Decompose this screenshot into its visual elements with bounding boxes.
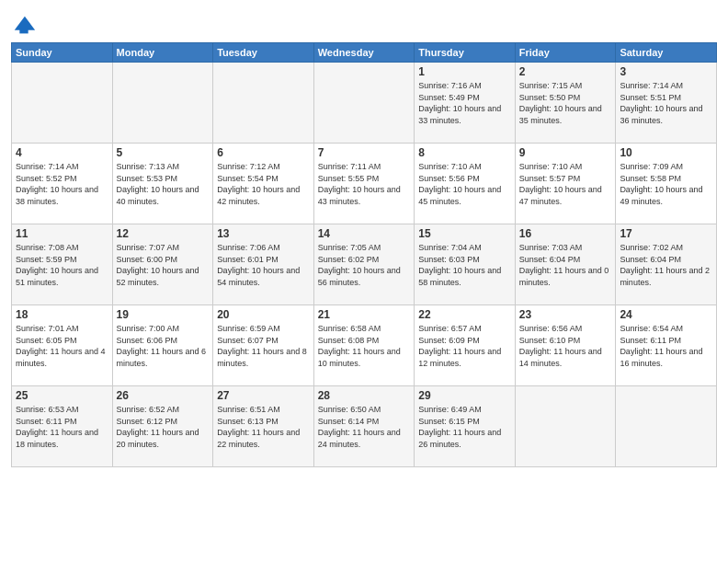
calendar-cell: 24Sunrise: 6:54 AM Sunset: 6:11 PM Dayli…: [616, 305, 717, 386]
calendar-week-row: 18Sunrise: 7:01 AM Sunset: 6:05 PM Dayli…: [12, 305, 717, 386]
day-info: Sunrise: 6:49 AM Sunset: 6:15 PM Dayligh…: [418, 404, 511, 450]
calendar-cell: [313, 63, 415, 144]
day-info: Sunrise: 7:14 AM Sunset: 5:51 PM Dayligh…: [620, 80, 712, 126]
calendar-header-row: SundayMondayTuesdayWednesdayThursdayFrid…: [12, 43, 717, 63]
day-info: Sunrise: 6:57 AM Sunset: 6:09 PM Dayligh…: [418, 323, 511, 369]
day-number: 2: [519, 65, 612, 78]
day-info: Sunrise: 7:04 AM Sunset: 6:03 PM Dayligh…: [418, 242, 511, 288]
day-of-week-header: Wednesday: [313, 43, 415, 63]
day-info: Sunrise: 7:13 AM Sunset: 5:53 PM Dayligh…: [117, 161, 210, 207]
day-number: 19: [117, 308, 210, 321]
calendar-week-row: 11Sunrise: 7:08 AM Sunset: 5:59 PM Dayli…: [12, 224, 717, 305]
calendar-cell: 9Sunrise: 7:10 AM Sunset: 5:57 PM Daylig…: [515, 144, 616, 224]
day-number: 12: [117, 227, 210, 240]
day-info: Sunrise: 7:15 AM Sunset: 5:50 PM Dayligh…: [519, 80, 612, 126]
day-info: Sunrise: 7:06 AM Sunset: 6:01 PM Dayligh…: [217, 242, 310, 288]
calendar-cell: 27Sunrise: 6:51 AM Sunset: 6:13 PM Dayli…: [213, 386, 314, 467]
day-of-week-header: Sunday: [12, 43, 113, 63]
calendar-cell: 29Sunrise: 6:49 AM Sunset: 6:15 PM Dayli…: [415, 386, 516, 467]
logo-icon: [11, 13, 37, 39]
day-info: Sunrise: 7:16 AM Sunset: 5:49 PM Dayligh…: [418, 80, 511, 126]
calendar-cell: [12, 63, 113, 144]
day-info: Sunrise: 7:07 AM Sunset: 6:00 PM Dayligh…: [117, 242, 210, 288]
day-number: 3: [620, 65, 712, 78]
day-number: 13: [217, 227, 310, 240]
calendar-week-row: 4Sunrise: 7:14 AM Sunset: 5:52 PM Daylig…: [12, 144, 717, 224]
calendar-cell: 12Sunrise: 7:07 AM Sunset: 6:00 PM Dayli…: [112, 224, 213, 305]
day-info: Sunrise: 7:02 AM Sunset: 6:04 PM Dayligh…: [620, 242, 712, 288]
day-number: 22: [418, 308, 511, 321]
day-number: 29: [418, 389, 511, 402]
day-info: Sunrise: 7:01 AM Sunset: 6:05 PM Dayligh…: [16, 323, 108, 369]
day-number: 8: [418, 146, 511, 159]
day-number: 10: [620, 146, 712, 159]
day-number: 18: [16, 308, 108, 321]
header: [11, 9, 717, 39]
day-info: Sunrise: 7:08 AM Sunset: 5:59 PM Dayligh…: [16, 242, 108, 288]
day-of-week-header: Thursday: [415, 43, 516, 63]
day-info: Sunrise: 6:52 AM Sunset: 6:12 PM Dayligh…: [117, 404, 210, 450]
day-info: Sunrise: 7:03 AM Sunset: 6:04 PM Dayligh…: [519, 242, 612, 288]
calendar-cell: 8Sunrise: 7:10 AM Sunset: 5:56 PM Daylig…: [415, 144, 516, 224]
day-info: Sunrise: 7:14 AM Sunset: 5:52 PM Dayligh…: [16, 161, 108, 207]
calendar-cell: 2Sunrise: 7:15 AM Sunset: 5:50 PM Daylig…: [515, 63, 616, 144]
day-info: Sunrise: 6:53 AM Sunset: 6:11 PM Dayligh…: [16, 404, 108, 450]
day-info: Sunrise: 6:51 AM Sunset: 6:13 PM Dayligh…: [217, 404, 310, 450]
day-number: 1: [418, 65, 511, 78]
day-info: Sunrise: 7:09 AM Sunset: 5:58 PM Dayligh…: [620, 161, 712, 207]
day-number: 17: [620, 227, 712, 240]
day-number: 20: [217, 308, 310, 321]
calendar-cell: 10Sunrise: 7:09 AM Sunset: 5:58 PM Dayli…: [616, 144, 717, 224]
day-of-week-header: Saturday: [616, 43, 717, 63]
calendar-cell: 25Sunrise: 6:53 AM Sunset: 6:11 PM Dayli…: [12, 386, 113, 467]
day-of-week-header: Friday: [515, 43, 616, 63]
calendar-cell: [616, 386, 717, 467]
day-info: Sunrise: 6:50 AM Sunset: 6:14 PM Dayligh…: [318, 404, 411, 450]
calendar-cell: 28Sunrise: 6:50 AM Sunset: 6:14 PM Dayli…: [313, 386, 415, 467]
day-number: 11: [16, 227, 108, 240]
day-info: Sunrise: 7:10 AM Sunset: 5:56 PM Dayligh…: [418, 161, 511, 207]
calendar-week-row: 1Sunrise: 7:16 AM Sunset: 5:49 PM Daylig…: [12, 63, 717, 144]
calendar-cell: 13Sunrise: 7:06 AM Sunset: 6:01 PM Dayli…: [213, 224, 314, 305]
day-number: 5: [117, 146, 210, 159]
calendar-cell: 21Sunrise: 6:58 AM Sunset: 6:08 PM Dayli…: [313, 305, 415, 386]
day-number: 4: [16, 146, 108, 159]
calendar-cell: 20Sunrise: 6:59 AM Sunset: 6:07 PM Dayli…: [213, 305, 314, 386]
day-info: Sunrise: 7:05 AM Sunset: 6:02 PM Dayligh…: [318, 242, 411, 288]
day-info: Sunrise: 6:59 AM Sunset: 6:07 PM Dayligh…: [217, 323, 310, 369]
calendar-cell: 6Sunrise: 7:12 AM Sunset: 5:54 PM Daylig…: [213, 144, 314, 224]
calendar-cell: 17Sunrise: 7:02 AM Sunset: 6:04 PM Dayli…: [616, 224, 717, 305]
calendar-cell: [213, 63, 314, 144]
day-number: 7: [318, 146, 411, 159]
calendar-cell: 11Sunrise: 7:08 AM Sunset: 5:59 PM Dayli…: [12, 224, 113, 305]
day-number: 15: [418, 227, 511, 240]
calendar-cell: 19Sunrise: 7:00 AM Sunset: 6:06 PM Dayli…: [112, 305, 213, 386]
page-container: SundayMondayTuesdayWednesdayThursdayFrid…: [0, 0, 728, 473]
day-number: 16: [519, 227, 612, 240]
calendar-cell: 3Sunrise: 7:14 AM Sunset: 5:51 PM Daylig…: [616, 63, 717, 144]
calendar-cell: 4Sunrise: 7:14 AM Sunset: 5:52 PM Daylig…: [12, 144, 113, 224]
day-number: 24: [620, 308, 712, 321]
day-info: Sunrise: 7:11 AM Sunset: 5:55 PM Dayligh…: [318, 161, 411, 207]
day-info: Sunrise: 7:00 AM Sunset: 6:06 PM Dayligh…: [117, 323, 210, 369]
svg-rect-1: [19, 29, 28, 34]
svg-marker-0: [15, 17, 35, 30]
day-number: 23: [519, 308, 612, 321]
calendar-cell: 5Sunrise: 7:13 AM Sunset: 5:53 PM Daylig…: [112, 144, 213, 224]
day-info: Sunrise: 6:58 AM Sunset: 6:08 PM Dayligh…: [318, 323, 411, 369]
day-info: Sunrise: 6:54 AM Sunset: 6:11 PM Dayligh…: [620, 323, 712, 369]
day-info: Sunrise: 7:10 AM Sunset: 5:57 PM Dayligh…: [519, 161, 612, 207]
day-number: 21: [318, 308, 411, 321]
calendar-cell: [515, 386, 616, 467]
calendar-cell: 7Sunrise: 7:11 AM Sunset: 5:55 PM Daylig…: [313, 144, 415, 224]
calendar-week-row: 25Sunrise: 6:53 AM Sunset: 6:11 PM Dayli…: [12, 386, 717, 467]
day-info: Sunrise: 6:56 AM Sunset: 6:10 PM Dayligh…: [519, 323, 612, 369]
calendar-cell: 1Sunrise: 7:16 AM Sunset: 5:49 PM Daylig…: [415, 63, 516, 144]
day-number: 28: [318, 389, 411, 402]
calendar-cell: 26Sunrise: 6:52 AM Sunset: 6:12 PM Dayli…: [112, 386, 213, 467]
day-of-week-header: Monday: [112, 43, 213, 63]
logo: [11, 13, 39, 39]
calendar-cell: [112, 63, 213, 144]
day-number: 6: [217, 146, 310, 159]
calendar-cell: 22Sunrise: 6:57 AM Sunset: 6:09 PM Dayli…: [415, 305, 516, 386]
